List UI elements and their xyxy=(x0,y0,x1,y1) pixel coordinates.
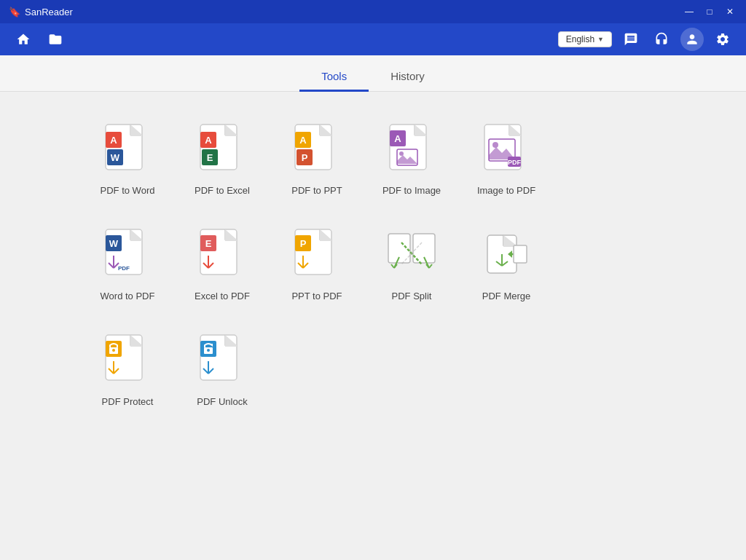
tool-image-to-pdf[interactable]: PDF Image to PDF xyxy=(466,121,546,197)
tool-pdf-to-image[interactable]: A PDF to Image xyxy=(372,121,452,197)
tool-icon-pdf-merge xyxy=(477,226,535,285)
svg-text:W: W xyxy=(111,152,120,163)
tool-pdf-to-ppt[interactable]: A P PDF to PPT xyxy=(277,121,357,197)
language-arrow: ▼ xyxy=(597,36,604,43)
main-content: A W PDF to Word A E xyxy=(0,92,746,560)
svg-text:A: A xyxy=(110,135,117,146)
svg-text:PDF: PDF xyxy=(118,265,130,272)
window-controls: — □ ✕ xyxy=(682,4,737,19)
svg-text:W: W xyxy=(109,238,119,249)
tab-bar: Tools History xyxy=(0,55,746,92)
tool-icon-pdf-to-word: A W xyxy=(98,121,157,179)
tab-history[interactable]: History xyxy=(369,63,447,92)
tool-label-pdf-to-word: PDF to Word xyxy=(101,185,155,197)
tool-pdf-split[interactable]: PDF Split xyxy=(372,226,452,303)
close-button[interactable]: ✕ xyxy=(723,4,737,19)
tool-label-pdf-split: PDF Split xyxy=(392,291,432,303)
tools-row-2: W PDF Word to PDF xyxy=(87,226,702,310)
tools-row-3: PDF Protect xyxy=(87,332,702,416)
language-selector[interactable]: English ▼ xyxy=(558,31,612,47)
svg-text:P: P xyxy=(300,238,307,249)
titlebar-title: SanReader xyxy=(25,7,73,17)
tool-icon-pdf-to-excel: A E xyxy=(193,121,251,179)
chat-button[interactable] xyxy=(619,28,643,51)
tool-icon-image-to-pdf: PDF xyxy=(477,121,535,179)
tool-label-pdf-to-ppt: PDF to PPT xyxy=(291,185,342,197)
svg-text:E: E xyxy=(205,238,212,249)
folder-button[interactable] xyxy=(44,28,67,51)
titlebar: 🔖 SanReader — □ ✕ xyxy=(0,0,746,23)
tool-pdf-to-word[interactable]: A W PDF to Word xyxy=(87,121,168,197)
settings-button[interactable] xyxy=(711,28,734,51)
tools-row-1: A W PDF to Word A E xyxy=(87,121,702,205)
svg-text:E: E xyxy=(207,152,213,163)
tool-word-to-pdf[interactable]: W PDF Word to PDF xyxy=(87,226,168,303)
tool-label-excel-to-pdf: Excel to PDF xyxy=(195,291,250,303)
headphone-button[interactable] xyxy=(650,28,673,51)
tool-label-pdf-merge: PDF Merge xyxy=(482,291,530,303)
maximize-button[interactable]: □ xyxy=(702,4,717,19)
toolbar-right: English ▼ xyxy=(558,28,734,51)
tool-pdf-merge[interactable]: PDF Merge xyxy=(466,226,546,303)
svg-text:PDF: PDF xyxy=(508,159,522,166)
tool-pdf-unlock[interactable]: PDF Unlock xyxy=(182,332,262,409)
tab-tools[interactable]: Tools xyxy=(299,63,369,92)
svg-line-53 xyxy=(429,264,432,268)
tool-label-word-to-pdf: Word to PDF xyxy=(101,291,155,303)
titlebar-app-icon: 🔖 xyxy=(9,7,20,17)
tool-label-pdf-to-excel: PDF to Excel xyxy=(195,185,250,197)
tool-icon-excel-to-pdf: E xyxy=(193,226,251,285)
svg-rect-57 xyxy=(514,245,527,263)
svg-text:A: A xyxy=(299,135,307,146)
tool-icon-pdf-unlock xyxy=(193,332,251,390)
tool-label-image-to-pdf: Image to PDF xyxy=(477,185,535,197)
tool-label-pdf-unlock: PDF Unlock xyxy=(197,396,247,409)
svg-text:A: A xyxy=(205,135,212,146)
home-button[interactable] xyxy=(12,28,35,51)
svg-point-22 xyxy=(492,142,498,148)
tool-icon-pdf-split xyxy=(382,226,441,285)
tool-icon-word-to-pdf: W PDF xyxy=(98,226,157,285)
tool-icon-pdf-to-ppt: A P xyxy=(288,121,346,179)
svg-point-64 xyxy=(112,349,115,352)
tool-label-ppt-to-pdf: PPT to PDF xyxy=(291,291,342,303)
tool-pdf-to-excel[interactable]: A E PDF to Excel xyxy=(182,121,262,197)
tool-label-pdf-to-image: PDF to Image xyxy=(382,185,441,197)
tool-pdf-protect[interactable]: PDF Protect xyxy=(87,332,168,409)
tool-label-pdf-protect: PDF Protect xyxy=(102,396,154,409)
svg-text:A: A xyxy=(394,133,401,144)
svg-text:P: P xyxy=(302,152,308,163)
toolbar: English ▼ xyxy=(0,23,746,55)
minimize-button[interactable]: — xyxy=(682,4,696,19)
tool-icon-pdf-to-image: A xyxy=(382,121,441,179)
language-label: English xyxy=(566,34,594,44)
tool-ppt-to-pdf[interactable]: P PPT to PDF xyxy=(277,226,357,303)
user-avatar[interactable] xyxy=(680,28,704,51)
tool-icon-pdf-protect xyxy=(98,332,157,390)
tool-icon-ppt-to-pdf: P xyxy=(288,226,346,285)
tool-excel-to-pdf[interactable]: E Excel to PDF xyxy=(182,226,262,303)
svg-point-71 xyxy=(207,349,210,352)
